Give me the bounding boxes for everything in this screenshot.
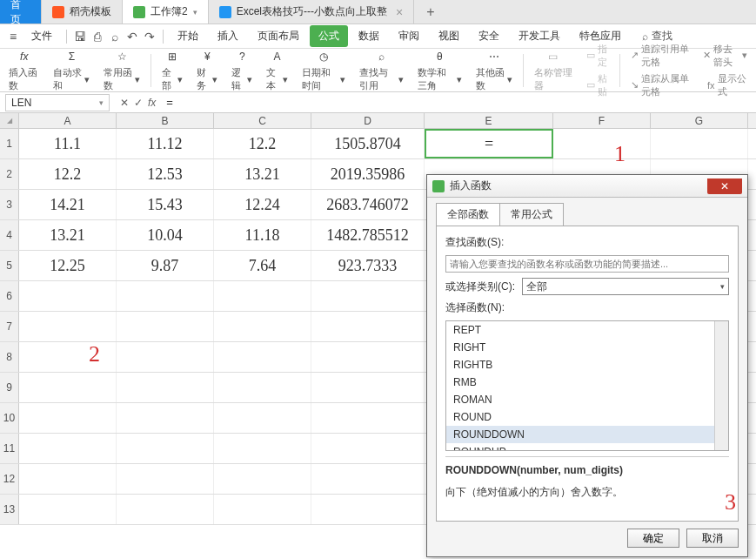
row-header[interactable]: 1 [0, 129, 19, 158]
cell[interactable] [311, 342, 425, 372]
col-header-D[interactable]: D [311, 113, 425, 128]
cell[interactable]: 11.12 [117, 129, 214, 158]
row-header[interactable]: 12 [0, 464, 19, 494]
cell[interactable]: 1505.8704 [311, 129, 425, 158]
row-header[interactable]: 5 [0, 251, 19, 280]
preview-icon[interactable]: ⌕ [107, 29, 123, 44]
cell[interactable] [19, 403, 117, 433]
cell[interactable] [311, 281, 425, 311]
cell[interactable] [117, 495, 214, 524]
menu-icon[interactable]: ≡ [5, 29, 21, 44]
cell[interactable] [311, 373, 425, 402]
financial-button[interactable]: ¥财务▾ [193, 48, 221, 92]
insert-function-button[interactable]: fx插入函数 [5, 48, 43, 92]
datetime-button[interactable]: ◷日期和时间▾ [298, 48, 350, 92]
cell[interactable] [651, 129, 748, 158]
cell[interactable] [553, 129, 651, 158]
cell[interactable]: 11.18 [214, 220, 311, 250]
cell[interactable]: 12.2 [214, 129, 311, 158]
cell[interactable]: 12.53 [117, 159, 214, 189]
common-fn-button[interactable]: ☆常用函数▾ [100, 48, 144, 92]
row-header[interactable]: 6 [0, 281, 19, 311]
col-header-B[interactable]: B [117, 113, 214, 128]
col-header-G[interactable]: G [651, 113, 748, 128]
cell[interactable] [311, 312, 425, 341]
row-header[interactable]: 13 [0, 495, 19, 524]
file-menu[interactable]: 文件 [23, 25, 61, 47]
function-list-item[interactable]: REPT [446, 321, 728, 339]
menu-formula[interactable]: 公式 [310, 25, 348, 47]
cell[interactable] [214, 464, 311, 494]
cell[interactable] [311, 495, 425, 524]
tab-common-formulas[interactable]: 常用公式 [500, 203, 564, 226]
confirm-icon[interactable]: ✓ [134, 97, 143, 109]
category-select[interactable]: 全部▾ [522, 278, 729, 295]
cell[interactable] [214, 312, 311, 341]
save-icon[interactable]: 🖫 [72, 29, 88, 44]
tab-all-functions[interactable]: 全部函数 [436, 203, 500, 226]
redo-icon[interactable]: ↷ [142, 29, 157, 44]
cell[interactable] [214, 281, 311, 311]
cell[interactable]: 2683.746072 [311, 190, 425, 219]
cell[interactable] [117, 312, 214, 341]
cancel-button[interactable]: 取消 [686, 529, 739, 548]
cell[interactable]: 923.7333 [311, 251, 425, 280]
select-all-corner[interactable]: ◢ [0, 113, 19, 128]
cell[interactable] [117, 464, 214, 494]
cell[interactable] [117, 342, 214, 372]
cell[interactable]: 15.43 [117, 190, 214, 219]
formula-input[interactable]: = [161, 96, 756, 109]
row-header[interactable]: 3 [0, 190, 19, 219]
col-header-F[interactable]: F [553, 113, 651, 128]
menu-view[interactable]: 视图 [430, 25, 468, 47]
cell[interactable] [19, 464, 117, 494]
row-header[interactable]: 9 [0, 373, 19, 402]
other-fn-button[interactable]: ⋯其他函数▾ [472, 48, 516, 92]
cell[interactable] [214, 373, 311, 402]
cell[interactable]: 13.21 [214, 159, 311, 189]
cell[interactable] [19, 434, 117, 463]
cell[interactable]: 11.1 [19, 129, 117, 158]
cell[interactable] [117, 403, 214, 433]
cell[interactable]: 10.04 [117, 220, 214, 250]
tab-template[interactable]: 稻壳模板 [42, 0, 123, 24]
cell[interactable] [19, 373, 117, 402]
cell[interactable] [311, 434, 425, 463]
menu-insert[interactable]: 插入 [209, 25, 247, 47]
menu-review[interactable]: 审阅 [390, 25, 428, 47]
cell[interactable] [19, 342, 117, 372]
col-header-A[interactable]: A [19, 113, 117, 128]
undo-icon[interactable]: ↶ [124, 29, 140, 44]
col-header-C[interactable]: C [214, 113, 311, 128]
function-list-item[interactable]: ROUNDUP [446, 443, 728, 451]
logical-button[interactable]: ?逻辑▾ [228, 48, 256, 92]
row-header[interactable]: 7 [0, 312, 19, 341]
row-header[interactable]: 4 [0, 220, 19, 250]
cell[interactable] [19, 281, 117, 311]
cell[interactable] [311, 464, 425, 494]
menu-data[interactable]: 数据 [350, 25, 388, 47]
cell[interactable]: 1482.785512 [311, 220, 425, 250]
function-search-input[interactable] [445, 255, 729, 273]
row-header[interactable]: 2 [0, 159, 19, 189]
cell[interactable] [117, 434, 214, 463]
col-header-E[interactable]: E [425, 113, 553, 128]
function-list-item[interactable]: RMB [446, 374, 728, 391]
close-button[interactable]: ✕ [707, 178, 742, 194]
lookup-button[interactable]: ⌕查找与引用▾ [356, 48, 407, 92]
cell[interactable]: 9.87 [117, 251, 214, 280]
dialog-titlebar[interactable]: 插入函数 ✕ [427, 175, 747, 198]
close-icon[interactable]: × [396, 5, 403, 19]
tab-home[interactable]: 首页 [0, 0, 42, 24]
tab-excel-tips[interactable]: Excel表格技巧---小数点向上取整× [209, 0, 415, 24]
cell[interactable]: 2019.35986 [311, 159, 425, 189]
function-list-item[interactable]: ROUND [446, 408, 728, 426]
dropdown-icon[interactable]: ▾ [193, 8, 197, 17]
name-box[interactable]: LEN▾ [5, 94, 110, 111]
cell[interactable] [117, 281, 214, 311]
cell[interactable]: 12.24 [214, 190, 311, 219]
menu-security[interactable]: 安全 [470, 25, 508, 47]
cell[interactable] [19, 312, 117, 341]
function-list-item[interactable]: ROMAN [446, 391, 728, 408]
function-list-item[interactable]: RIGHTB [446, 356, 728, 374]
